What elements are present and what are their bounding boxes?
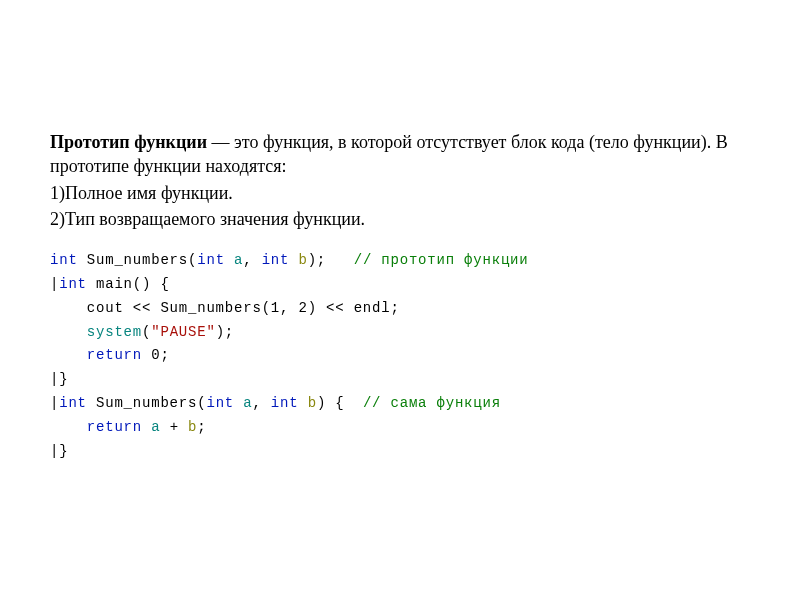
param-b: b	[308, 395, 317, 411]
keyword-return: return	[87, 347, 142, 363]
code-space	[142, 419, 151, 435]
code-text: ;	[197, 419, 206, 435]
code-line-7: |}	[50, 368, 750, 392]
code-line-4: cout << Sum_numbers(1, 2) << endl;	[50, 297, 750, 321]
code-text: );	[216, 324, 234, 340]
code-line-1: int Sum_numbers(int a, int b); // протот…	[50, 249, 750, 273]
code-indent	[50, 324, 87, 340]
code-line-10: return a + b;	[50, 416, 750, 440]
code-indent	[50, 347, 87, 363]
cursor-bar: |	[50, 395, 59, 411]
comment: // сама функция	[363, 395, 501, 411]
code-text: ,	[243, 252, 261, 268]
code-brace: }	[59, 371, 68, 387]
code-line-11: |}	[50, 440, 750, 464]
code-example: int Sum_numbers(int a, int b); // протот…	[50, 249, 750, 463]
code-text: 0;	[142, 347, 170, 363]
code-space	[225, 252, 234, 268]
keyword-int: int	[59, 395, 87, 411]
cursor-bar: |	[50, 443, 59, 459]
code-line-6: return 0;	[50, 344, 750, 368]
code-space	[234, 395, 243, 411]
keyword-int: int	[50, 252, 78, 268]
paragraph-3: 2)Тип возвращаемого значения функции.	[50, 207, 750, 231]
code-text: (	[142, 324, 151, 340]
keyword-int: int	[206, 395, 234, 411]
keyword-int: int	[262, 252, 290, 268]
code-line-3: |int main() {	[50, 273, 750, 297]
cursor-bar: |	[50, 371, 59, 387]
string-literal: "PAUSE"	[151, 324, 215, 340]
paragraph-1: Прототип функции — это функция, в которо…	[50, 130, 750, 179]
comment: // прототип функции	[354, 252, 529, 268]
keyword-int: int	[59, 276, 87, 292]
code-text: );	[308, 252, 326, 268]
code-brace: }	[59, 443, 68, 459]
code-text: main() {	[87, 276, 170, 292]
func-system: system	[87, 324, 142, 340]
keyword-return: return	[87, 419, 142, 435]
keyword-int: int	[197, 252, 225, 268]
code-text: ,	[252, 395, 270, 411]
keyword-int: int	[271, 395, 299, 411]
term-bold: Прототип функции	[50, 132, 207, 152]
param-a: a	[234, 252, 243, 268]
code-pad	[344, 395, 362, 411]
code-indent	[50, 419, 87, 435]
code-space	[298, 395, 307, 411]
cursor-bar: |	[50, 276, 59, 292]
code-text: Sum_numbers(	[87, 395, 207, 411]
code-text: Sum_numbers(	[78, 252, 198, 268]
code-line-9: |int Sum_numbers(int a, int b) { // сама…	[50, 392, 750, 416]
code-line-5: system("PAUSE");	[50, 321, 750, 345]
param-b: b	[188, 419, 197, 435]
code-text: ) {	[317, 395, 345, 411]
code-pad	[326, 252, 354, 268]
paragraph-2: 1)Полное имя функции.	[50, 181, 750, 205]
explanation-text: Прототип функции — это функция, в которо…	[50, 130, 750, 231]
param-b: b	[298, 252, 307, 268]
code-text: +	[160, 419, 188, 435]
